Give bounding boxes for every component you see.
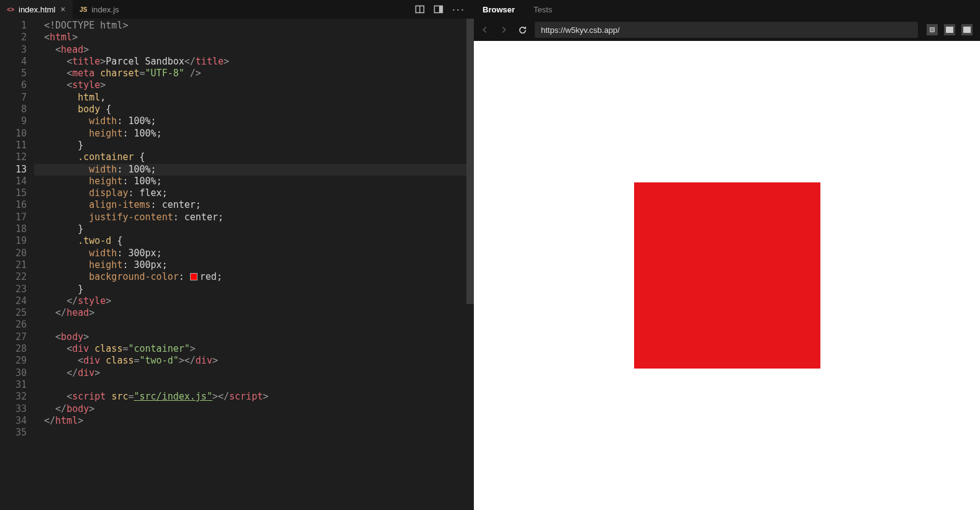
toggle-panel-icon[interactable]: [433, 4, 443, 14]
preview-actions: [924, 24, 975, 35]
open-window-icon[interactable]: [961, 24, 973, 35]
tab-index-html[interactable]: <> index.html ×: [0, 0, 73, 19]
line-number-gutter: 1234567891011121314151617181920212223242…: [0, 19, 34, 510]
close-tab-button[interactable]: ×: [59, 4, 66, 14]
preview-pane: Browser Tests: [474, 0, 980, 510]
browser-viewport: [474, 41, 980, 510]
js-file-icon: JS: [79, 5, 88, 14]
code-content[interactable]: <!DOCTYPE html><html> <head> <title>Parc…: [34, 19, 474, 510]
tab-browser[interactable]: Browser: [483, 5, 515, 14]
tab-tests[interactable]: Tests: [533, 5, 552, 14]
pane-resize-handle[interactable]: [473, 0, 475, 510]
nav-forward-icon[interactable]: [497, 25, 510, 34]
url-input[interactable]: [535, 22, 918, 38]
editor-pane: <> index.html × JS index.js ··· 12345678…: [0, 0, 474, 510]
html-file-icon: <>: [6, 5, 15, 14]
nav-back-icon[interactable]: [479, 25, 491, 34]
tab-label: index.html: [19, 5, 55, 14]
browser-url-bar: [474, 19, 980, 41]
more-actions-icon[interactable]: ···: [452, 3, 465, 16]
svg-rect-4: [930, 28, 935, 32]
reload-icon[interactable]: [516, 25, 529, 35]
svg-rect-8: [968, 27, 970, 33]
preview-tab-bar: Browser Tests: [474, 0, 980, 19]
open-devtools-icon[interactable]: [944, 24, 955, 35]
split-editor-icon[interactable]: [415, 4, 425, 14]
rendered-two-d-square: [634, 182, 820, 369]
tab-label: index.js: [91, 5, 119, 14]
code-editor[interactable]: 1234567891011121314151617181920212223242…: [0, 19, 474, 510]
svg-rect-3: [439, 6, 443, 13]
editor-toolbar: ···: [406, 0, 474, 19]
editor-tab-bar: <> index.html × JS index.js ···: [0, 0, 474, 19]
tab-index-js[interactable]: JS index.js: [73, 0, 125, 19]
csb-icon[interactable]: [927, 24, 938, 35]
